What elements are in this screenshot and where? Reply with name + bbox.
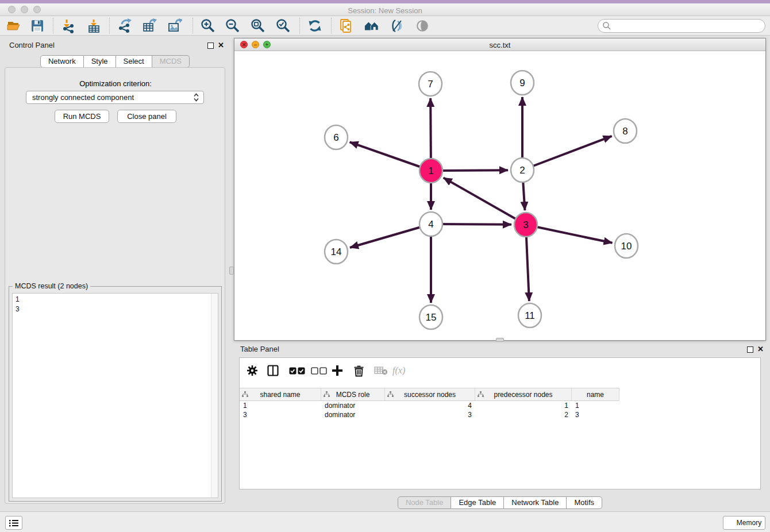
table-settings-gear-icon[interactable] <box>247 364 258 377</box>
tab-group: Node TableEdge TableNetwork TableMotifs <box>398 496 602 509</box>
close-panel-button[interactable]: Close panel <box>117 110 176 123</box>
tab-style[interactable]: Style <box>84 55 116 68</box>
window-title: Session: New Session <box>0 6 770 15</box>
export-network-icon[interactable] <box>117 18 132 33</box>
delete-table-icon[interactable] <box>374 364 388 377</box>
node-label-9: 9 <box>519 78 525 88</box>
show-graphics-details-icon[interactable] <box>415 18 430 33</box>
hierarchy-icon <box>478 391 484 399</box>
node-table-area: f(x) shared nameMCDS rolesuccessor nodes… <box>239 357 761 489</box>
app-titlebar: Session: New Session <box>0 3 770 16</box>
task-history-button[interactable] <box>5 516 22 530</box>
table-cell[interactable]: dominator <box>321 410 385 419</box>
delete-column-trash-icon[interactable] <box>353 364 364 377</box>
memory-status-dot <box>727 520 733 526</box>
table-cell[interactable]: dominator <box>321 401 385 410</box>
table-cell[interactable]: 4 <box>385 401 475 410</box>
column-label: successor nodes <box>404 391 456 399</box>
mcds-result-box: MCDS result (2 nodes) 1 3 <box>9 286 222 502</box>
hide-graphics-details-icon[interactable] <box>390 18 405 33</box>
tab-motifs[interactable]: Motifs <box>567 496 602 509</box>
vertical-splitter-handle[interactable] <box>229 267 234 275</box>
tab-network[interactable]: Network <box>40 55 84 68</box>
create-column-icon[interactable] <box>332 364 343 377</box>
import-table-icon[interactable] <box>86 18 101 33</box>
select-stepper-icon <box>194 93 199 102</box>
zoom-fit-icon[interactable] <box>251 18 265 33</box>
column-label: name <box>587 391 604 399</box>
tab-network-table[interactable]: Network Table <box>504 496 567 509</box>
toolbar-separator <box>192 18 193 34</box>
table-cell[interactable]: 3 <box>572 410 619 419</box>
network-view-window: ✕ − + scc.txt 7968124314101511 <box>234 38 766 341</box>
column-header-shared-name[interactable]: shared name <box>240 388 321 400</box>
network-canvas[interactable]: 7968124314101511 <box>234 51 765 340</box>
criterion-select[interactable]: strongly connected component <box>26 91 204 104</box>
control-panel-title: Control Panel <box>9 41 55 49</box>
node-label-7: 7 <box>428 79 433 90</box>
open-session-icon[interactable] <box>6 18 21 33</box>
toolbar-separator <box>109 18 110 34</box>
column-header-name[interactable]: name <box>572 388 619 400</box>
hierarchy-icon <box>242 391 248 399</box>
node-label-2: 2 <box>519 165 525 176</box>
table-header-row: shared nameMCDS rolesuccessor nodesprede… <box>240 388 619 401</box>
criterion-value: strongly connected component <box>32 93 194 102</box>
table-row[interactable]: 1dominator411 <box>240 401 619 410</box>
search-input[interactable] <box>611 20 765 32</box>
close-panel-icon[interactable]: ✕ <box>218 42 224 48</box>
close-table-panel-icon[interactable]: ✕ <box>757 346 764 352</box>
table-cell[interactable]: 2 <box>475 410 572 419</box>
node-label-15: 15 <box>426 312 437 323</box>
table-cell[interactable]: 3 <box>240 410 321 419</box>
edge-4-14[interactable] <box>350 224 431 248</box>
memory-button[interactable]: Memory <box>723 516 765 530</box>
tab-node-table[interactable]: Node Table <box>398 496 452 509</box>
column-header-predecessor-nodes[interactable]: predecessor nodes <box>475 388 572 400</box>
node-label-1: 1 <box>428 165 433 176</box>
float-table-panel-icon[interactable] <box>747 346 753 353</box>
export-image-icon[interactable] <box>167 18 182 33</box>
node-label-6: 6 <box>333 132 338 143</box>
mcds-result-text[interactable]: 1 3 <box>12 293 218 498</box>
float-panel-icon[interactable] <box>207 43 214 49</box>
deselect-all-icon[interactable] <box>311 364 327 377</box>
edge-3-1[interactable] <box>444 178 526 225</box>
column-header-MCDS-role[interactable]: MCDS role <box>321 388 385 400</box>
table-cell[interactable]: 1 <box>475 401 572 410</box>
node-label-14: 14 <box>331 246 342 257</box>
hierarchy-icon <box>324 391 330 399</box>
edge-1-6[interactable] <box>350 142 431 171</box>
run-mcds-button[interactable]: Run MCDS <box>55 110 109 123</box>
table-cell[interactable]: 3 <box>385 410 475 419</box>
tab-select[interactable]: Select <box>116 55 152 68</box>
first-neighbors-icon[interactable] <box>364 18 379 33</box>
table-cell[interactable]: 1 <box>240 401 321 410</box>
toolbar-separator <box>331 18 332 34</box>
result-scrollbar[interactable] <box>211 294 218 498</box>
tab-edge-table[interactable]: Edge Table <box>451 496 504 509</box>
zoom-selected-icon[interactable] <box>276 18 291 33</box>
horizontal-splitter-handle[interactable] <box>496 338 504 342</box>
import-network-icon[interactable] <box>61 18 76 33</box>
export-table-icon[interactable] <box>142 18 157 33</box>
zoom-in-icon[interactable] <box>201 18 215 33</box>
tab-mcds[interactable]: MCDS <box>152 55 190 68</box>
node-label-4: 4 <box>428 219 433 230</box>
refresh-view-icon[interactable] <box>307 18 322 33</box>
show-column-panel-icon[interactable] <box>267 364 279 377</box>
save-session-icon[interactable] <box>30 18 45 33</box>
table-row[interactable]: 3dominator323 <box>240 410 619 419</box>
search-box[interactable] <box>598 19 765 33</box>
function-builder-icon[interactable]: f(x) <box>392 364 405 377</box>
zoom-out-icon[interactable] <box>225 18 240 33</box>
table-cell[interactable]: 1 <box>572 401 619 410</box>
edge-3-10[interactable] <box>526 225 613 243</box>
toolbar-separator <box>53 18 53 34</box>
select-all-icon[interactable] <box>289 364 305 377</box>
column-label: shared name <box>260 391 300 399</box>
new-network-from-selection-icon[interactable] <box>339 18 354 33</box>
table-panel: Table Panel ✕ f(x) shared nameMCDS roles… <box>234 342 766 510</box>
edge-2-8[interactable] <box>522 136 612 170</box>
column-header-successor-nodes[interactable]: successor nodes <box>385 388 475 400</box>
